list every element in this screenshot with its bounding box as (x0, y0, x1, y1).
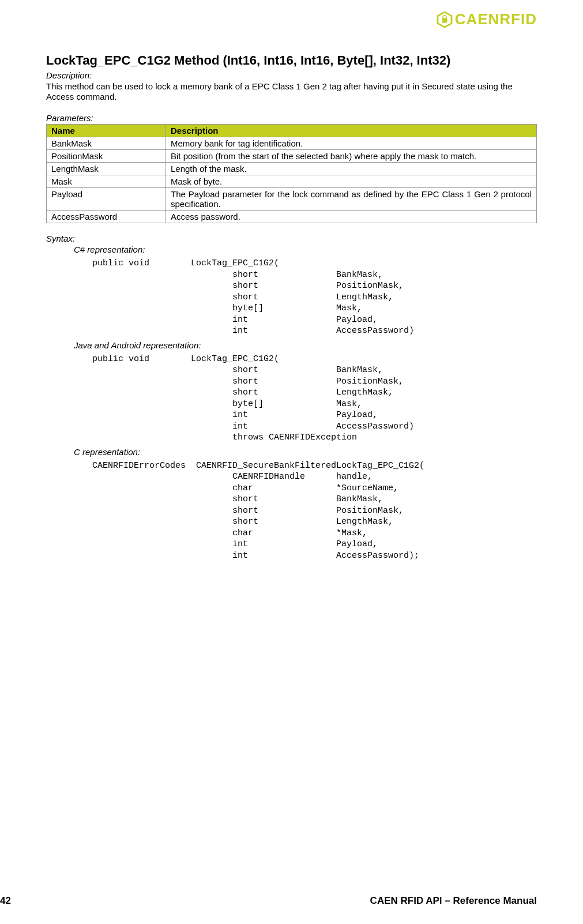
table-row: LengthMask Length of the mask. (47, 163, 537, 175)
java-repr-label: Java and Android representation: (74, 340, 537, 350)
table-row: Payload The Payload parameter for the lo… (47, 188, 537, 211)
csharp-repr-label: C# representation: (74, 245, 537, 254)
param-name: LengthMask (47, 163, 166, 175)
param-desc: Bit position (from the start of the sele… (166, 150, 537, 163)
table-row: AccessPassword Access password. (47, 211, 537, 223)
parameters-table: Name Description BankMask Memory bank fo… (46, 124, 537, 223)
param-desc: Length of the mask. (166, 163, 537, 175)
csharp-code: public void LockTag_EPC_C1G2( short Bank… (92, 258, 537, 337)
table-header-row: Name Description (47, 125, 537, 137)
param-desc: Access password. (166, 211, 537, 223)
brand-logo: CAENRFID (437, 10, 537, 28)
description-label: Description: (46, 70, 537, 80)
col-header-name: Name (47, 125, 166, 137)
param-desc: Memory bank for tag identification. (166, 137, 537, 150)
param-name: BankMask (47, 137, 166, 150)
c-repr-label: C representation: (74, 447, 537, 457)
brand-hex-icon (437, 12, 453, 28)
param-desc: The Payload parameter for the lock comma… (166, 188, 537, 211)
method-title: LockTag_EPC_C1G2 Method (Int16, Int16, I… (46, 53, 537, 68)
parameters-label: Parameters: (46, 113, 537, 123)
param-name: PositionMask (47, 150, 166, 163)
description-text: This method can be used to lock a memory… (46, 81, 537, 103)
page-footer: 42 CAEN RFID API – Reference Manual (0, 895, 583, 907)
table-row: Mask Mask of byte. (47, 175, 537, 188)
param-name: Payload (47, 188, 166, 211)
java-code: public void LockTag_EPC_C1G2( short Bank… (92, 354, 537, 444)
col-header-desc: Description (166, 125, 537, 137)
param-name: Mask (47, 175, 166, 188)
syntax-label: Syntax: (46, 234, 537, 243)
svg-rect-1 (442, 18, 447, 22)
brand-name: CAENRFID (455, 10, 537, 28)
header-logo-row: CAENRFID (46, 10, 537, 30)
table-row: BankMask Memory bank for tag identificat… (47, 137, 537, 150)
param-desc: Mask of byte. (166, 175, 537, 188)
c-code: CAENRFIDErrorCodes CAENRFID_SecureBankFi… (92, 460, 537, 562)
page-number: 42 (0, 895, 11, 907)
footer-title: CAEN RFID API – Reference Manual (370, 895, 537, 907)
param-name: AccessPassword (47, 211, 166, 223)
table-row: PositionMask Bit position (from the star… (47, 150, 537, 163)
